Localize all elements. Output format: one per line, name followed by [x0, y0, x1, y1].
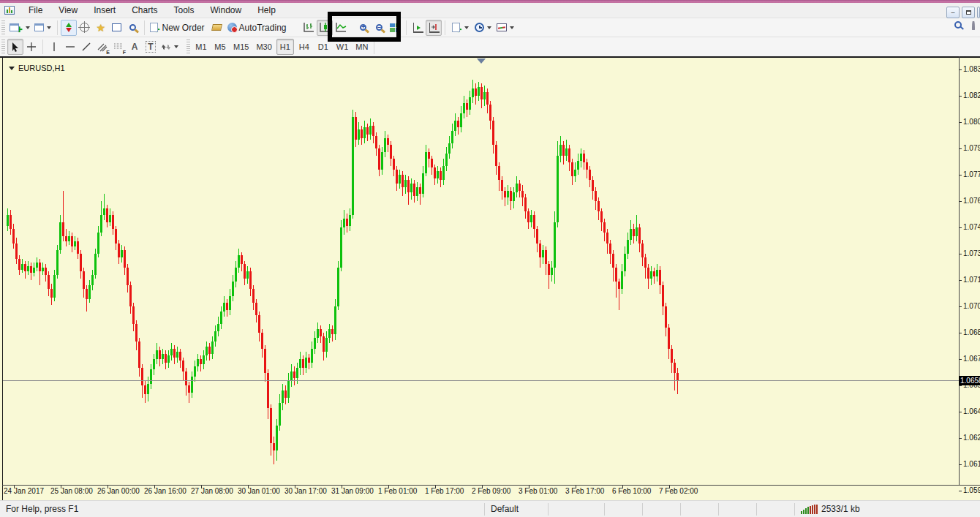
metaeditor-button[interactable] [209, 20, 225, 36]
candle-body [223, 303, 225, 312]
cursor-button[interactable] [7, 39, 23, 55]
candle-body [636, 227, 638, 236]
candle-body [492, 121, 494, 145]
line-chart-button[interactable] [333, 20, 349, 36]
candle-body [56, 250, 59, 275]
candlestick-chart-button[interactable] [317, 20, 333, 36]
menu-item-insert[interactable]: Insert [86, 3, 124, 18]
timeframe-button-m30[interactable]: M30 [253, 39, 274, 55]
menu-item-tools[interactable]: Tools [166, 3, 203, 18]
connection-bars-icon [801, 505, 818, 514]
templates-button[interactable] [494, 20, 517, 36]
chart-plot-area[interactable]: EURUSD,H1 [3, 58, 959, 485]
profiles-button[interactable] [32, 20, 54, 36]
terminal-button[interactable] [109, 20, 125, 36]
candle-body [627, 240, 629, 254]
autotrading-icon [227, 23, 237, 32]
timeframe-toolbar: M1M5M15M30H1H4D1W1MN [192, 39, 371, 55]
horizontal-line-button[interactable] [62, 39, 78, 55]
time-label: 27 Jan 08:00 [191, 487, 233, 495]
candle-body [176, 352, 178, 358]
candle-body [486, 92, 489, 105]
new-chart-button[interactable]: + [7, 20, 32, 36]
timeframe-button-h4[interactable]: H4 [295, 39, 313, 55]
menu-item-window[interactable]: Window [203, 3, 250, 18]
toolbar-grip[interactable] [1, 20, 5, 35]
chart-shift-marker[interactable] [477, 59, 486, 64]
candle-body [671, 349, 673, 363]
fibonacci-button[interactable]: F [110, 39, 127, 55]
price-label: 1.0745 [963, 223, 980, 231]
templates-icon [497, 23, 507, 31]
candle-body [68, 236, 70, 241]
tile-windows-button[interactable] [387, 20, 403, 36]
candle-body [42, 268, 44, 271]
menu-item-charts[interactable]: Charts [124, 3, 165, 18]
minimize-button[interactable]: – [946, 7, 960, 18]
candle-body [419, 187, 421, 194]
standard-toolbar: + ★ + New Order AutoTrading [0, 18, 980, 37]
data-window-button[interactable] [77, 20, 93, 36]
timeframe-button-m15[interactable]: M15 [230, 39, 252, 55]
candle-body [226, 303, 228, 310]
vertical-line-button[interactable] [46, 39, 62, 55]
toolbar-grip[interactable] [1, 39, 5, 54]
candle-wick [274, 437, 274, 464]
new-order-button[interactable]: + New Order [148, 20, 209, 36]
autotrading-button[interactable]: AutoTrading [225, 20, 291, 36]
candle-body [220, 312, 222, 324]
auto-scroll-button[interactable] [410, 20, 426, 36]
menu-bar: FileViewInsertChartsToolsWindowHelp – [0, 3, 980, 18]
menu-item-file[interactable]: File [20, 3, 50, 18]
strategy-tester-button[interactable] [125, 20, 141, 36]
trendline-icon [81, 42, 91, 52]
arrows-button[interactable] [159, 39, 181, 55]
bar-chart-button[interactable] [301, 20, 317, 36]
text-button[interactable]: A [127, 39, 143, 55]
status-cell [605, 503, 643, 516]
restore-button[interactable] [962, 7, 975, 18]
candle-body [600, 211, 603, 222]
timeframe-button-m1[interactable]: M1 [192, 39, 210, 55]
equidistant-channel-button[interactable]: E [94, 39, 110, 55]
candle-body [539, 244, 541, 257]
crosshair-button[interactable] [23, 39, 39, 55]
timeframe-button-w1[interactable]: W1 [333, 39, 352, 55]
candle-body [182, 361, 184, 371]
timeframe-button-d1[interactable]: D1 [314, 39, 332, 55]
timeframe-button-h1[interactable]: H1 [276, 39, 294, 55]
arrows-icon [161, 42, 171, 52]
price-tick [959, 122, 962, 123]
candle-body [609, 244, 611, 254]
toolbar-grip[interactable] [186, 39, 190, 54]
trendline-button[interactable] [78, 39, 94, 55]
zoom-out-button[interactable]: – [371, 20, 387, 36]
candle-body [674, 363, 676, 373]
time-label: 2 Feb 09:00 [472, 487, 510, 495]
timeframe-button-m5[interactable]: M5 [211, 39, 229, 55]
zoom-in-button[interactable]: + [355, 20, 371, 36]
indicators-button[interactable]: + [448, 20, 472, 36]
candle-body [167, 355, 170, 363]
menu-item-view[interactable]: View [50, 3, 86, 18]
candle-body [141, 368, 143, 385]
text-label-button[interactable]: T [143, 39, 159, 55]
candle-body [179, 352, 181, 361]
chart-shift-button[interactable] [426, 20, 442, 36]
navigator-button[interactable]: ★ [93, 20, 109, 36]
close-button[interactable] [977, 7, 980, 18]
status-profile[interactable]: Default [485, 503, 549, 516]
menu-item-help[interactable]: Help [249, 3, 284, 18]
timeframe-button-mn[interactable]: MN [353, 39, 371, 55]
search-icon[interactable] [954, 21, 962, 29]
symbol-dropdown-icon[interactable] [9, 67, 15, 70]
periods-button[interactable] [472, 20, 494, 36]
candle-body [211, 341, 214, 354]
bid-price-tag: 1.0658 [959, 376, 980, 385]
status-bar: For Help, press F1 Default 2533/1 kb [0, 500, 980, 517]
candle-body [293, 371, 295, 378]
candle-body [48, 275, 50, 289]
bid-price-line [3, 380, 959, 381]
candle-body [331, 329, 333, 334]
market-watch-button[interactable] [61, 20, 77, 36]
